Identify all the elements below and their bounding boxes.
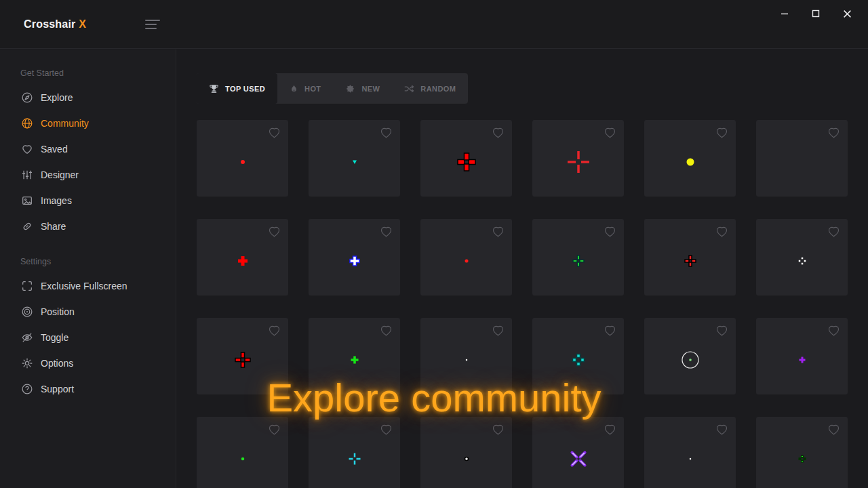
sidebar-item-images[interactable]: Images <box>0 188 176 214</box>
favorite-heart-icon[interactable] <box>827 422 841 436</box>
crosshair-preview <box>674 443 707 475</box>
favorite-heart-icon[interactable] <box>715 125 729 140</box>
crosshair-preview <box>226 245 259 277</box>
eye-off-icon <box>21 331 33 344</box>
sidebar-item-community[interactable]: Community <box>0 110 176 136</box>
question-icon <box>21 383 33 395</box>
sidebar-item-label: Toggle <box>41 332 68 343</box>
favorite-heart-icon[interactable] <box>379 125 393 140</box>
crosshair-card[interactable] <box>309 318 400 394</box>
section-label-get-started: Get Started <box>20 68 176 78</box>
favorite-heart-icon[interactable] <box>379 224 393 239</box>
crosshair-card[interactable] <box>532 318 624 394</box>
tab-new[interactable]: NEW <box>333 73 392 104</box>
crosshair-card[interactable] <box>532 120 624 197</box>
crosshair-card[interactable] <box>420 417 512 488</box>
main-content: TOP USED HOT NEW RANDOM <box>177 49 868 488</box>
tabbar: TOP USED HOT NEW RANDOM <box>197 73 468 104</box>
favorite-heart-icon[interactable] <box>715 224 729 239</box>
tab-hot[interactable]: HOT <box>277 73 333 104</box>
sidebar-item-toggle[interactable]: Toggle <box>0 325 176 350</box>
favorite-heart-icon[interactable] <box>715 323 729 338</box>
favorite-heart-icon[interactable] <box>827 323 841 338</box>
window-controls <box>769 0 863 27</box>
burst-icon <box>345 84 355 94</box>
crosshair-card[interactable] <box>756 318 848 394</box>
minimize-icon <box>781 9 789 18</box>
crosshair-preview <box>562 344 595 376</box>
crosshair-card[interactable] <box>309 417 400 488</box>
favorite-heart-icon[interactable] <box>491 422 505 436</box>
crosshair-preview <box>786 146 818 178</box>
favorite-heart-icon[interactable] <box>267 224 281 239</box>
crosshair-card[interactable] <box>644 417 736 488</box>
tab-label: TOP USED <box>225 85 265 93</box>
crosshair-preview <box>786 443 818 475</box>
sidebar-item-label: Explore <box>41 92 73 103</box>
crosshair-card[interactable] <box>197 120 288 197</box>
crosshair-card[interactable] <box>420 120 512 197</box>
favorite-heart-icon[interactable] <box>491 323 505 338</box>
crosshair-card[interactable] <box>309 120 400 197</box>
favorite-heart-icon[interactable] <box>491 224 505 239</box>
sidebar-item-saved[interactable]: Saved <box>0 136 176 162</box>
crosshair-card[interactable] <box>644 318 736 394</box>
favorite-heart-icon[interactable] <box>603 422 617 436</box>
sidebar-item-exclusive-fullscreen[interactable]: Exclusive Fullscreen <box>0 273 176 299</box>
favorite-heart-icon[interactable] <box>379 422 393 436</box>
sliders-icon <box>21 169 33 181</box>
crosshair-preview <box>674 344 707 376</box>
favorite-heart-icon[interactable] <box>491 125 505 140</box>
favorite-heart-icon[interactable] <box>603 323 617 338</box>
crosshair-card[interactable] <box>644 219 736 296</box>
sidebar-item-support[interactable]: Support <box>0 376 176 402</box>
crosshair-card[interactable] <box>532 417 624 488</box>
crosshair-preview <box>562 245 595 277</box>
crosshair-preview <box>450 146 483 178</box>
sidebar-item-label: Community <box>41 118 89 129</box>
crosshair-card[interactable] <box>420 318 512 394</box>
sidebar-item-designer[interactable]: Designer <box>0 162 176 188</box>
tab-random[interactable]: RANDOM <box>392 73 468 104</box>
favorite-heart-icon[interactable] <box>603 125 617 140</box>
tab-top-used[interactable]: TOP USED <box>197 73 277 104</box>
sidebar-item-position[interactable]: Position <box>0 299 176 325</box>
crosshair-preview <box>674 245 707 277</box>
favorite-heart-icon[interactable] <box>379 323 393 338</box>
sidebar-item-options[interactable]: Options <box>0 350 176 376</box>
sidebar: Get Started Explore Community Saved Desi… <box>0 49 176 488</box>
favorite-heart-icon[interactable] <box>827 125 841 140</box>
crosshair-card[interactable] <box>756 417 848 488</box>
favorite-heart-icon[interactable] <box>267 422 281 436</box>
crosshair-card[interactable] <box>532 219 624 296</box>
app-title: Crosshair <box>24 18 76 30</box>
crosshair-preview <box>338 245 371 277</box>
maximize-button[interactable] <box>800 0 831 27</box>
flame-icon <box>290 84 298 94</box>
crosshair-card[interactable] <box>420 219 512 296</box>
minimize-button[interactable] <box>769 0 800 27</box>
sidebar-item-label: Support <box>41 384 74 394</box>
shuffle-icon <box>404 84 414 94</box>
crosshair-card[interactable] <box>644 120 736 197</box>
titlebar: Crosshair X <box>0 0 868 49</box>
crosshair-card[interactable] <box>309 219 400 296</box>
crosshair-card[interactable] <box>756 219 848 296</box>
sidebar-item-label: Saved <box>41 144 68 155</box>
crosshair-card[interactable] <box>197 318 288 394</box>
close-button[interactable] <box>831 0 863 27</box>
crosshair-card[interactable] <box>197 219 288 296</box>
favorite-heart-icon[interactable] <box>267 125 281 140</box>
favorite-heart-icon[interactable] <box>267 323 281 338</box>
crosshair-preview <box>226 344 259 376</box>
sidebar-item-share[interactable]: Share <box>0 214 176 239</box>
crosshair-preview <box>450 443 483 475</box>
favorite-heart-icon[interactable] <box>715 422 729 436</box>
menu-icon[interactable] <box>145 20 161 30</box>
sidebar-item-explore[interactable]: Explore <box>0 85 176 110</box>
section-label-settings: Settings <box>20 257 176 266</box>
favorite-heart-icon[interactable] <box>603 224 617 239</box>
favorite-heart-icon[interactable] <box>827 224 841 239</box>
crosshair-card[interactable] <box>197 417 288 488</box>
crosshair-card[interactable] <box>756 120 848 197</box>
